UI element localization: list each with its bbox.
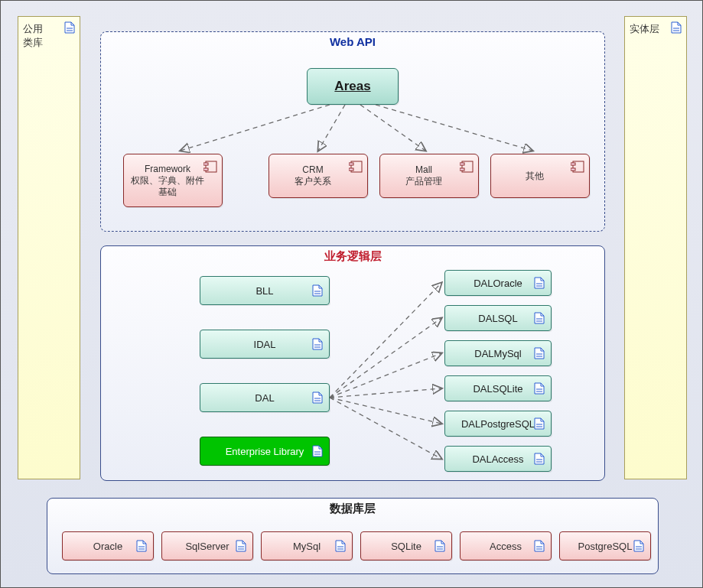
box-dalaccess: DALAccess bbox=[444, 446, 552, 472]
document-icon bbox=[312, 338, 323, 350]
document-icon bbox=[633, 540, 644, 552]
box-dal-label: DAL bbox=[255, 392, 274, 404]
region-db-title: 数据库层 bbox=[47, 502, 658, 516]
document-icon bbox=[534, 540, 545, 552]
document-icon bbox=[64, 21, 75, 34]
document-icon bbox=[534, 347, 545, 359]
comp-other: 其他 bbox=[490, 154, 590, 198]
comp-other-name: 其他 bbox=[526, 171, 544, 182]
svg-rect-5 bbox=[349, 168, 353, 171]
document-icon bbox=[312, 391, 323, 404]
component-icon bbox=[349, 161, 363, 173]
package-common-title: 公用 类库 bbox=[23, 23, 43, 48]
document-icon bbox=[335, 540, 346, 552]
package-entity: 实体层 bbox=[624, 16, 687, 479]
document-icon bbox=[136, 540, 147, 552]
box-bll-label: BLL bbox=[255, 285, 273, 297]
comp-mall-desc: 产品管理 bbox=[405, 176, 442, 187]
db-access-label: Access bbox=[490, 541, 522, 552]
document-icon bbox=[312, 284, 323, 297]
box-dalsqlite-label: DALSQLite bbox=[473, 383, 522, 395]
box-dalpg-label: DALPostgreSQL bbox=[461, 418, 535, 430]
document-icon bbox=[534, 382, 545, 395]
svg-rect-7 bbox=[460, 163, 464, 165]
db-sqlserver: SqlServer bbox=[161, 531, 253, 560]
box-bll: BLL bbox=[200, 276, 330, 305]
box-dalaccess-label: DALAccess bbox=[472, 453, 523, 465]
box-dalpg: DALPostgreSQL bbox=[444, 411, 552, 437]
comp-framework: Framework 权限、字典、附件基础 bbox=[123, 154, 223, 207]
db-sqlite-label: SQLite bbox=[391, 541, 421, 552]
document-icon bbox=[534, 453, 545, 465]
region-logic-title: 业务逻辑层 bbox=[101, 249, 604, 264]
document-icon bbox=[534, 312, 545, 324]
box-daloracle: DALOracle bbox=[444, 270, 552, 296]
db-sqlserver-label: SqlServer bbox=[185, 541, 229, 552]
box-daloracle-label: DALOracle bbox=[474, 278, 522, 289]
box-dalsql-label: DALSQL bbox=[478, 313, 517, 324]
document-icon bbox=[534, 417, 545, 430]
document-icon bbox=[236, 540, 246, 552]
comp-crm-name: CRM bbox=[302, 164, 323, 176]
comp-framework-desc: 权限、字典、附件基础 bbox=[130, 175, 205, 198]
comp-mall: Mall 产品管理 bbox=[379, 154, 479, 198]
box-idal-label: IDAL bbox=[254, 339, 276, 350]
document-icon bbox=[434, 540, 445, 552]
box-dalsqlite: DALSQLite bbox=[444, 375, 552, 401]
box-entlib: Enterprise Library bbox=[200, 437, 330, 466]
db-sqlite: SQLite bbox=[360, 531, 452, 560]
package-common: 公用 类库 bbox=[18, 16, 80, 479]
svg-rect-10 bbox=[571, 163, 575, 165]
box-dalmysql-label: DALMySql bbox=[474, 348, 521, 359]
areas-node: Areas bbox=[307, 68, 399, 105]
document-icon bbox=[671, 21, 682, 34]
comp-mall-name: Mall bbox=[415, 164, 432, 176]
db-mysql: MySql bbox=[261, 531, 353, 560]
box-idal: IDAL bbox=[200, 330, 330, 359]
region-webapi-title: Web API bbox=[101, 35, 604, 48]
db-pg: PostgreSQL bbox=[559, 531, 651, 560]
svg-rect-11 bbox=[571, 168, 575, 171]
db-oracle-label: Oracle bbox=[93, 541, 122, 552]
svg-rect-1 bbox=[203, 163, 208, 165]
box-entlib-label: Enterprise Library bbox=[226, 446, 304, 457]
svg-rect-4 bbox=[349, 163, 353, 165]
component-icon bbox=[203, 161, 217, 173]
component-icon bbox=[571, 161, 584, 173]
box-dal: DAL bbox=[200, 383, 330, 412]
svg-rect-8 bbox=[460, 168, 464, 171]
comp-crm: CRM 客户关系 bbox=[269, 154, 368, 198]
comp-framework-name: Framework bbox=[145, 164, 190, 175]
component-icon bbox=[460, 161, 474, 173]
svg-rect-2 bbox=[203, 168, 208, 171]
document-icon bbox=[312, 445, 323, 457]
db-access: Access bbox=[460, 531, 552, 560]
box-dalsql: DALSQL bbox=[444, 305, 552, 331]
document-icon bbox=[534, 277, 545, 289]
db-mysql-label: MySql bbox=[293, 541, 321, 552]
box-dalmysql: DALMySql bbox=[444, 340, 552, 366]
package-entity-title: 实体层 bbox=[630, 23, 659, 34]
db-pg-label: PostgreSQL bbox=[578, 541, 633, 552]
db-oracle: Oracle bbox=[62, 531, 154, 560]
comp-crm-desc: 客户关系 bbox=[295, 176, 331, 187]
